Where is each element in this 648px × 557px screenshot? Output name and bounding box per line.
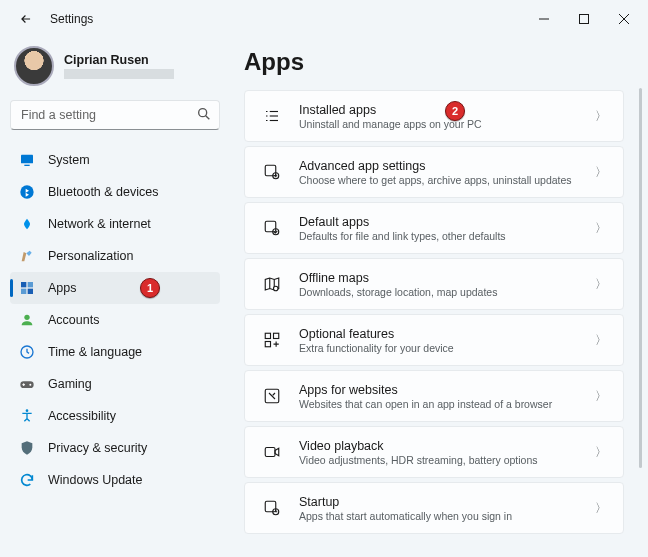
card-startup[interactable]: Startup Apps that start automatically wh… (244, 482, 624, 534)
sidebar-item-label: Gaming (48, 377, 92, 391)
sidebar-item-time[interactable]: Time & language (10, 336, 220, 368)
card-video[interactable]: Video playback Video adjustments, HDR st… (244, 426, 624, 478)
card-subtitle: Websites that can open in an app instead… (299, 398, 595, 410)
installed-icon (261, 105, 283, 127)
sidebar-item-label: Accounts (48, 313, 99, 327)
svg-rect-24 (265, 221, 276, 232)
sidebar-item-label: Windows Update (48, 473, 143, 487)
main-content: Apps Installed apps Uninstall and manage… (230, 38, 648, 557)
sidebar-item-system[interactable]: System (10, 144, 220, 176)
time-icon (18, 343, 36, 361)
optional-icon (261, 329, 283, 351)
svg-rect-32 (265, 501, 276, 512)
annotation-badge: 1 (140, 278, 160, 298)
sidebar-item-label: Time & language (48, 345, 142, 359)
svg-point-15 (26, 409, 29, 412)
card-title: Offline maps (299, 271, 595, 285)
sidebar-item-update[interactable]: Windows Update (10, 464, 220, 496)
chevron-right-icon: 〉 (595, 220, 607, 237)
sidebar-item-bluetooth[interactable]: Bluetooth & devices (10, 176, 220, 208)
card-title: Optional features (299, 327, 595, 341)
sidebar-item-access[interactable]: Accessibility (10, 400, 220, 432)
chevron-right-icon: 〉 (595, 500, 607, 517)
chevron-right-icon: 〉 (595, 276, 607, 293)
svg-rect-5 (24, 165, 29, 166)
startup-icon (261, 497, 283, 519)
bluetooth-icon (18, 183, 36, 201)
svg-rect-28 (274, 333, 279, 338)
window-title: Settings (50, 12, 93, 26)
sidebar-item-label: Personalization (48, 249, 133, 263)
user-profile[interactable]: Ciprian Rusen (10, 42, 220, 90)
sidebar: Ciprian Rusen SystemBluetooth & devicesN… (0, 38, 230, 557)
chevron-right-icon: 〉 (595, 164, 607, 181)
page-title: Apps (244, 48, 624, 76)
apps-icon (18, 279, 36, 297)
sidebar-item-label: Apps (48, 281, 77, 295)
websites-icon (261, 385, 283, 407)
sidebar-item-label: Bluetooth & devices (48, 185, 159, 199)
card-defaults[interactable]: Default apps Defaults for file and link … (244, 202, 624, 254)
card-subtitle: Downloads, storage location, map updates (299, 286, 595, 298)
svg-rect-29 (265, 342, 270, 347)
sidebar-item-gaming[interactable]: Gaming (10, 368, 220, 400)
search-icon (196, 106, 212, 122)
card-subtitle: Apps that start automatically when you s… (299, 510, 595, 522)
back-button[interactable] (14, 7, 38, 31)
card-subtitle: Video adjustments, HDR streaming, batter… (299, 454, 595, 466)
annotation-badge: 2 (445, 101, 465, 121)
nav-list: SystemBluetooth & devicesNetwork & inter… (10, 144, 220, 496)
card-subtitle: Defaults for file and link types, other … (299, 230, 595, 242)
sidebar-item-privacy[interactable]: Privacy & security (10, 432, 220, 464)
defaults-icon (261, 217, 283, 239)
user-name: Ciprian Rusen (64, 53, 174, 67)
card-title: Default apps (299, 215, 595, 229)
accounts-icon (18, 311, 36, 329)
avatar (14, 46, 54, 86)
title-bar: Settings (0, 0, 648, 38)
access-icon (18, 407, 36, 425)
sidebar-item-network[interactable]: Network & internet (10, 208, 220, 240)
card-maps[interactable]: Offline maps Downloads, storage location… (244, 258, 624, 310)
minimize-button[interactable] (524, 4, 564, 34)
scrollbar[interactable] (639, 88, 642, 468)
maximize-button[interactable] (564, 4, 604, 34)
close-button[interactable] (604, 4, 644, 34)
advanced-icon (261, 161, 283, 183)
sidebar-item-apps[interactable]: Apps1 (10, 272, 220, 304)
chevron-right-icon: 〉 (595, 332, 607, 349)
window-controls (524, 4, 644, 34)
svg-rect-10 (28, 289, 33, 294)
network-icon (18, 215, 36, 233)
card-websites[interactable]: Apps for websites Websites that can open… (244, 370, 624, 422)
card-installed[interactable]: Installed apps Uninstall and manage apps… (244, 90, 624, 142)
svg-rect-7 (21, 282, 26, 287)
privacy-icon (18, 439, 36, 457)
svg-rect-27 (265, 333, 270, 338)
sidebar-item-accounts[interactable]: Accounts (10, 304, 220, 336)
svg-point-2 (199, 109, 207, 117)
svg-rect-31 (265, 448, 275, 457)
sidebar-item-label: System (48, 153, 90, 167)
maps-icon (261, 273, 283, 295)
svg-rect-1 (580, 15, 589, 24)
card-list: Installed apps Uninstall and manage apps… (244, 90, 624, 534)
chevron-right-icon: 〉 (595, 444, 607, 461)
card-title: Advanced app settings (299, 159, 595, 173)
system-icon (18, 151, 36, 169)
svg-rect-8 (28, 282, 33, 287)
svg-line-3 (206, 116, 210, 120)
sidebar-item-label: Privacy & security (48, 441, 147, 455)
update-icon (18, 471, 36, 489)
card-title: Startup (299, 495, 595, 509)
personal-icon (18, 247, 36, 265)
card-subtitle: Choose where to get apps, archive apps, … (299, 174, 595, 186)
chevron-right-icon: 〉 (595, 108, 607, 125)
card-optional[interactable]: Optional features Extra functionality fo… (244, 314, 624, 366)
sidebar-item-label: Network & internet (48, 217, 151, 231)
svg-point-6 (20, 185, 33, 198)
search-input[interactable] (10, 100, 220, 130)
sidebar-item-label: Accessibility (48, 409, 116, 423)
sidebar-item-personal[interactable]: Personalization (10, 240, 220, 272)
card-advanced[interactable]: Advanced app settings Choose where to ge… (244, 146, 624, 198)
